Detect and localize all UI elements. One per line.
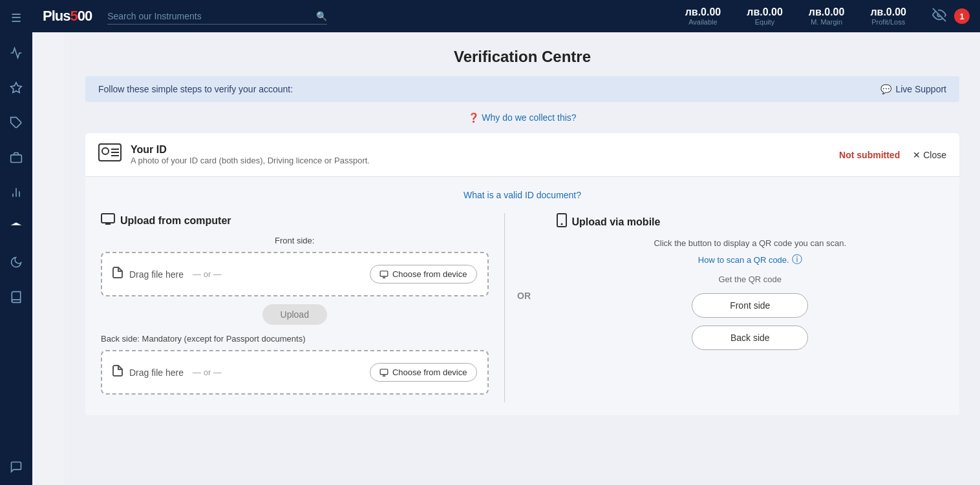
id-title: Your ID — [131, 144, 370, 156]
get-qr-label: Get the QR code — [557, 274, 944, 284]
front-drop-zone[interactable]: Drag file here — or — Choose from device — [101, 252, 489, 296]
why-collect-label: Why do we collect this? — [482, 112, 576, 123]
info-circle-icon: ⓘ — [792, 253, 802, 267]
upload-mobile-label: Upload via mobile — [572, 216, 661, 228]
front-or-text: — or — — [193, 269, 222, 279]
margin-value: лв.0.00 — [809, 6, 845, 18]
monitor-icon — [101, 213, 115, 228]
svg-point-8 — [102, 148, 109, 154]
question-circle-icon: ❓ — [468, 112, 479, 123]
chat-icon[interactable] — [5, 455, 28, 479]
menu-icon[interactable]: ☰ — [5, 6, 28, 30]
file-icon-2 — [112, 365, 123, 380]
id-description: A photo of your ID card (both sides), Dr… — [131, 156, 370, 165]
svg-rect-2 — [11, 155, 22, 163]
upload-computer-label: Upload from computer — [120, 215, 231, 227]
info-bar-text: Follow these simple steps to verify your… — [98, 84, 293, 94]
file-icon — [112, 267, 123, 282]
profit-value: лв.0.00 — [870, 6, 906, 18]
live-support-label: Live Support — [895, 84, 946, 94]
logo: Plus500 — [43, 8, 92, 25]
notification-badge[interactable]: 1 — [954, 8, 970, 24]
id-info: Your ID A photo of your ID card (both si… — [131, 144, 370, 165]
or-divider: OR — [517, 291, 531, 301]
eye-slash-icon[interactable] — [932, 8, 946, 25]
close-label: Close — [923, 150, 946, 160]
nav-metrics: лв.0.00 Available лв.0.00 Equity лв.0.00… — [685, 6, 906, 26]
info-bar: Follow these simple steps to verify your… — [85, 76, 959, 102]
what-valid-link[interactable]: What is a valid ID document? — [463, 190, 581, 200]
id-status: Not submitted ✕ Close — [839, 150, 946, 160]
metric-profit: лв.0.00 Profit/Loss — [870, 6, 906, 26]
available-value: лв.0.00 — [685, 6, 721, 18]
chat-bubble-icon: 💬 — [880, 84, 891, 94]
bank-icon[interactable] — [5, 216, 28, 239]
back-choose-label: Choose from device — [392, 367, 467, 377]
front-upload-button[interactable]: Upload — [262, 304, 327, 325]
sidebar: ☰ — [0, 0, 32, 485]
profit-label: Profit/Loss — [871, 18, 905, 26]
upload-computer-section: Upload from computer Front side: Drag fi… — [101, 213, 505, 402]
back-drop-zone[interactable]: Drag file here — or — Choose from device — [101, 350, 489, 395]
id-section: Your ID A photo of your ID card (both si… — [85, 133, 959, 415]
mobile-icon — [557, 213, 567, 231]
id-card-icon — [98, 143, 122, 166]
upload-computer-title: Upload from computer — [101, 213, 489, 228]
close-icon: ✕ — [913, 150, 921, 160]
mobile-description: Click the button to display a QR code yo… — [557, 238, 944, 248]
svg-rect-18 — [380, 369, 388, 374]
margin-label: M. Margin — [811, 18, 842, 26]
metric-equity: лв.0.00 Equity — [747, 6, 783, 26]
back-side-label: Back side: Mandatory (except for Passpor… — [101, 334, 489, 344]
metric-margin: лв.0.00 M. Margin — [809, 6, 845, 26]
mobile-back-button[interactable]: Back side — [692, 325, 808, 350]
close-button[interactable]: ✕ Close — [913, 150, 946, 160]
scan-link[interactable]: How to scan a QR code. — [698, 255, 789, 265]
front-choose-label: Choose from device — [392, 269, 467, 279]
live-support-button[interactable]: 💬 Live Support — [880, 84, 946, 94]
search-bar[interactable]: 🔍 — [107, 8, 327, 25]
briefcase-icon[interactable] — [5, 146, 28, 169]
why-collect-row: ❓ Why do we collect this? — [85, 112, 959, 123]
why-collect-link[interactable]: ❓ Why do we collect this? — [468, 112, 576, 123]
svg-rect-12 — [101, 214, 114, 223]
qr-link-row: How to scan a QR code. ⓘ — [557, 253, 944, 267]
book-icon[interactable] — [5, 285, 28, 309]
id-section-header: Your ID A photo of your ID card (both si… — [85, 133, 959, 177]
metric-available: лв.0.00 Available — [685, 6, 721, 26]
svg-marker-0 — [11, 83, 22, 93]
main-content: Verification Centre Follow these simple … — [65, 32, 980, 485]
id-content: What is a valid ID document? Upload from… — [85, 177, 959, 415]
back-or-text: — or — — [193, 367, 222, 377]
front-choose-button[interactable]: Choose from device — [370, 265, 477, 284]
front-drag-text: Drag file here — [129, 269, 184, 280]
tag-icon[interactable] — [5, 111, 28, 134]
analytics-icon[interactable] — [5, 181, 28, 204]
search-input[interactable] — [107, 11, 316, 21]
back-drag-text: Drag file here — [129, 367, 184, 378]
available-label: Available — [688, 18, 717, 26]
search-icon: 🔍 — [316, 11, 327, 21]
back-choose-button[interactable]: Choose from device — [370, 363, 477, 382]
upload-columns-wrapper: Upload from computer Front side: Drag fi… — [101, 213, 944, 402]
nav-right: 1 — [932, 8, 970, 25]
status-badge: Not submitted — [839, 150, 900, 160]
what-valid-row: What is a valid ID document? — [101, 190, 944, 200]
mobile-front-button[interactable]: Front side — [692, 293, 808, 318]
svg-rect-15 — [380, 271, 388, 276]
page-title: Verification Centre — [85, 48, 959, 66]
equity-value: лв.0.00 — [747, 6, 783, 18]
front-side-label: Front side: — [101, 236, 489, 245]
upload-mobile-title: Upload via mobile — [557, 213, 944, 231]
equity-label: Equity — [755, 18, 775, 26]
topnav: Plus500 🔍 лв.0.00 Available лв.0.00 Equi… — [32, 0, 980, 32]
upload-mobile-section: Upload via mobile Click the button to di… — [544, 213, 944, 358]
chart-line-icon[interactable] — [5, 41, 28, 65]
star-icon[interactable] — [5, 76, 28, 99]
moon-icon[interactable] — [5, 251, 28, 274]
